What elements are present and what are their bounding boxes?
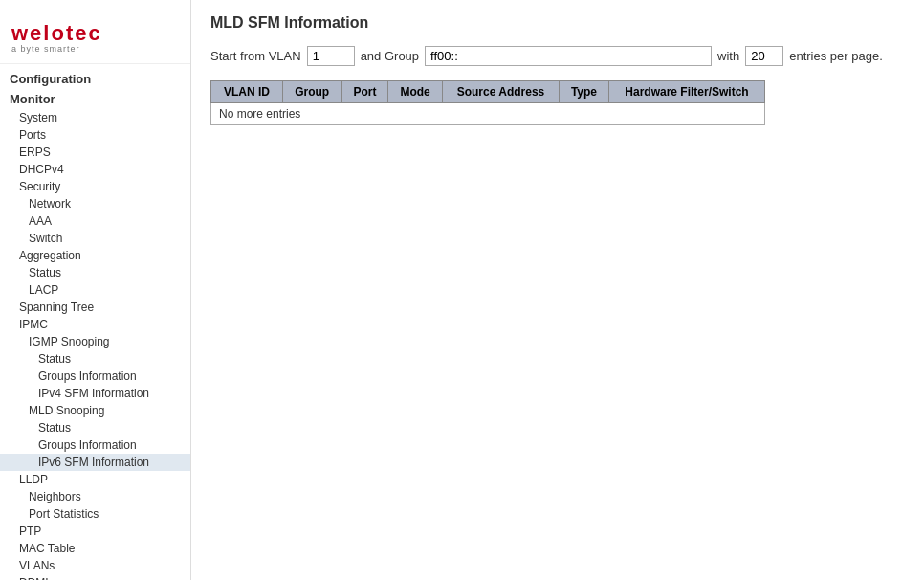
nav-item-igmp-snooping[interactable]: IGMP Snooping	[0, 333, 190, 350]
col-header-port: Port	[341, 81, 388, 103]
nav-item-ddmi[interactable]: DDMI	[0, 574, 190, 580]
nav-container: ConfigurationMonitorSystemPortsERPSDHCPv…	[0, 69, 190, 580]
entries-per-page-label: entries per page.	[789, 49, 883, 63]
nav-item-port-statistics[interactable]: Port Statistics	[0, 505, 190, 523]
table-header: VLAN IDGroupPortModeSource AddressTypeHa…	[211, 81, 765, 103]
nav-item-lldp[interactable]: LLDP	[0, 471, 190, 488]
nav-item-erps[interactable]: ERPS	[0, 144, 190, 161]
logo-brand: welotec	[11, 21, 179, 46]
and-group-label: and Group	[361, 49, 419, 63]
nav-item-spanning-tree[interactable]: Spanning Tree	[0, 299, 190, 316]
logo-area: welotec a byte smarter	[0, 10, 190, 64]
nav-item-vlans[interactable]: VLANs	[0, 557, 190, 574]
col-header-hardware-filter/switch: Hardware Filter/Switch	[609, 81, 765, 103]
start-from-vlan-label: Start from VLAN	[210, 49, 301, 63]
with-label: with	[717, 49, 739, 63]
nav-item-network[interactable]: Network	[0, 195, 190, 212]
col-header-group: Group	[282, 81, 341, 103]
nav-item-mld-snooping[interactable]: MLD Snooping	[0, 402, 190, 419]
col-header-type: Type	[559, 81, 608, 103]
nav-item-security[interactable]: Security	[0, 178, 190, 195]
nav-item-mac-table[interactable]: MAC Table	[0, 540, 190, 557]
vlan-input[interactable]	[307, 46, 355, 66]
col-header-mode: Mode	[388, 81, 443, 103]
nav-item-configuration[interactable]: Configuration	[0, 69, 190, 89]
table-row-no-entries: No more entries	[211, 103, 765, 125]
col-header-source-address: Source Address	[442, 81, 559, 103]
nav-item-switch[interactable]: Switch	[0, 230, 190, 247]
nav-item-neighbors[interactable]: Neighbors	[0, 488, 190, 505]
nav-item-ipv6-sfm-information[interactable]: IPv6 SFM Information	[0, 454, 190, 471]
nav-item-status[interactable]: Status	[0, 419, 190, 436]
page-title: MLD SFM Information	[210, 14, 905, 32]
nav-item-lacp[interactable]: LACP	[0, 281, 190, 299]
nav-item-aaa[interactable]: AAA	[0, 212, 190, 230]
main-content: MLD SFM Information Start from VLAN and …	[191, 0, 924, 580]
nav-item-groups-information[interactable]: Groups Information	[0, 436, 190, 454]
nav-item-ipmc[interactable]: IPMC	[0, 316, 190, 333]
sidebar: welotec a byte smarter ConfigurationMoni…	[0, 0, 191, 580]
nav-item-monitor[interactable]: Monitor	[0, 89, 190, 109]
filter-row: Start from VLAN and Group with entries p…	[210, 46, 905, 66]
entries-input[interactable]	[745, 46, 783, 66]
no-entries-cell: No more entries	[211, 103, 765, 125]
group-input[interactable]	[425, 46, 712, 66]
nav-item-ports[interactable]: Ports	[0, 126, 190, 144]
nav-item-status[interactable]: Status	[0, 350, 190, 368]
logo: welotec a byte smarter	[11, 21, 179, 54]
nav-item-aggregation[interactable]: Aggregation	[0, 247, 190, 264]
nav-item-ipv4-sfm-information[interactable]: IPv4 SFM Information	[0, 385, 190, 402]
nav-item-ptp[interactable]: PTP	[0, 523, 190, 540]
nav-item-system[interactable]: System	[0, 109, 190, 126]
logo-tagline: a byte smarter	[11, 44, 179, 54]
nav-item-groups-information[interactable]: Groups Information	[0, 368, 190, 385]
nav-item-status[interactable]: Status	[0, 264, 190, 281]
nav-item-dhcpv4[interactable]: DHCPv4	[0, 161, 190, 178]
col-header-vlan-id: VLAN ID	[211, 81, 283, 103]
sfm-table: VLAN IDGroupPortModeSource AddressTypeHa…	[210, 80, 765, 125]
